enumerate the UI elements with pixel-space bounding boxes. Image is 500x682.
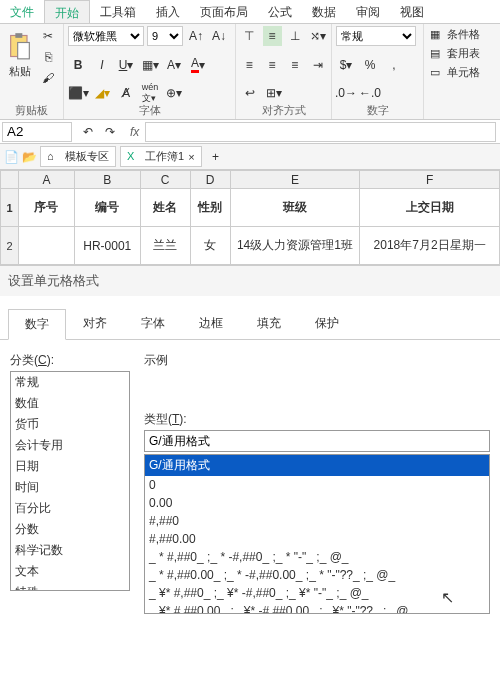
col-header-f[interactable]: F <box>360 171 500 189</box>
cell[interactable] <box>18 227 74 265</box>
cut-icon[interactable]: ✂ <box>38 26 58 46</box>
cell[interactable]: 编号 <box>74 189 140 227</box>
menu-data[interactable]: 数据 <box>302 0 346 23</box>
font-color-icon[interactable]: A▾ <box>188 55 208 75</box>
number-format-select[interactable]: 常规 <box>336 26 416 46</box>
menu-file[interactable]: 文件 <box>0 0 44 23</box>
type-item[interactable]: #,##0 <box>145 512 489 530</box>
strike-icon[interactable]: ⊕▾ <box>164 83 184 103</box>
font-name-select[interactable]: 微软雅黑 <box>68 26 144 46</box>
clear-format-icon[interactable]: A̸ <box>116 83 136 103</box>
category-item[interactable]: 科学记数 <box>11 540 129 561</box>
category-item[interactable]: 货币 <box>11 414 129 435</box>
indent-icon[interactable]: ⇥ <box>308 55 327 75</box>
name-box[interactable] <box>2 122 72 142</box>
increase-font-icon[interactable]: A↑ <box>186 26 206 46</box>
category-item[interactable]: 日期 <box>11 456 129 477</box>
category-item[interactable]: 数值 <box>11 393 129 414</box>
italic-icon[interactable]: I <box>92 55 112 75</box>
comma-icon[interactable]: , <box>384 55 404 75</box>
cell[interactable]: 班级 <box>230 189 360 227</box>
cell[interactable]: 女 <box>190 227 230 265</box>
type-item[interactable]: G/通用格式 <box>145 455 489 476</box>
fill-color-icon[interactable]: ⬛▾ <box>68 83 88 103</box>
enter-icon[interactable]: ↷ <box>100 122 120 142</box>
col-header-c[interactable]: C <box>140 171 190 189</box>
type-item[interactable]: #,##0.00 <box>145 530 489 548</box>
align-left-icon[interactable]: ≡ <box>240 55 259 75</box>
template-tab[interactable]: ⌂模板专区 <box>40 146 116 167</box>
type-item[interactable]: 0 <box>145 476 489 494</box>
new-file-icon[interactable]: 📄 <box>4 150 18 164</box>
cell[interactable]: 14级人力资源管理1班 <box>230 227 360 265</box>
cell[interactable]: 上交日期 <box>360 189 500 227</box>
type-item[interactable]: _ * #,##0_ ;_ * -#,##0_ ;_ * "-"_ ;_ @_ <box>145 548 489 566</box>
cancel-icon[interactable]: ↶ <box>78 122 98 142</box>
border-icon[interactable]: ▦▾ <box>140 55 160 75</box>
highlight-icon[interactable]: ◢▾ <box>92 83 112 103</box>
type-input[interactable] <box>144 430 490 452</box>
formula-input[interactable] <box>145 122 496 142</box>
menu-view[interactable]: 视图 <box>390 0 434 23</box>
category-item[interactable]: 会计专用 <box>11 435 129 456</box>
tab-font[interactable]: 字体 <box>124 308 182 339</box>
cell-styles-button[interactable]: ▭单元格 <box>428 64 496 81</box>
cell[interactable]: 姓名 <box>140 189 190 227</box>
category-item[interactable]: 常规 <box>11 372 129 393</box>
tab-border[interactable]: 边框 <box>182 308 240 339</box>
format-as-table-button[interactable]: ▤套用表 <box>428 45 496 62</box>
font-size-select[interactable]: 9 <box>147 26 183 46</box>
decrease-font-icon[interactable]: A↓ <box>209 26 229 46</box>
phonetic-icon[interactable]: wén文▾ <box>140 83 160 103</box>
tab-protect[interactable]: 保护 <box>298 308 356 339</box>
menu-insert[interactable]: 插入 <box>146 0 190 23</box>
close-tab-icon[interactable]: × <box>188 151 194 163</box>
underline-icon[interactable]: U▾ <box>116 55 136 75</box>
merge-icon[interactable]: ⊞▾ <box>264 83 284 103</box>
format-painter-icon[interactable]: 🖌 <box>38 68 58 88</box>
cell[interactable]: 2018年7月2日星期一 <box>360 227 500 265</box>
open-folder-icon[interactable]: 📂 <box>22 150 36 164</box>
category-listbox[interactable]: 常规数值货币会计专用日期时间百分比分数科学记数文本特殊自定义 <box>10 371 130 591</box>
orientation-icon[interactable]: ⤭▾ <box>308 26 327 46</box>
percent-icon[interactable]: % <box>360 55 380 75</box>
align-center-icon[interactable]: ≡ <box>263 55 282 75</box>
row-header-1[interactable]: 1 <box>1 189 19 227</box>
menu-layout[interactable]: 页面布局 <box>190 0 258 23</box>
col-header-d[interactable]: D <box>190 171 230 189</box>
menu-review[interactable]: 审阅 <box>346 0 390 23</box>
col-header-b[interactable]: B <box>74 171 140 189</box>
tab-number[interactable]: 数字 <box>8 309 66 340</box>
menu-home[interactable]: 开始 <box>44 0 90 23</box>
col-header-a[interactable]: A <box>18 171 74 189</box>
bold-icon[interactable]: B <box>68 55 88 75</box>
align-top-icon[interactable]: ⊤ <box>240 26 259 46</box>
add-tab-icon[interactable]: + <box>206 147 226 167</box>
select-all-corner[interactable] <box>1 171 19 189</box>
menu-formulas[interactable]: 公式 <box>258 0 302 23</box>
type-item[interactable]: _ ¥* #,##0.00_ ;_ ¥* -#,##0.00_ ;_ ¥* "-… <box>145 602 489 614</box>
type-listbox[interactable]: G/通用格式00.00#,##0#,##0.00_ * #,##0_ ;_ * … <box>144 454 490 614</box>
category-item[interactable]: 文本 <box>11 561 129 582</box>
type-item[interactable]: 0.00 <box>145 494 489 512</box>
conditional-format-button[interactable]: ▦条件格 <box>428 26 496 43</box>
copy-icon[interactable]: ⎘ <box>38 47 58 67</box>
category-item[interactable]: 百分比 <box>11 498 129 519</box>
type-item[interactable]: _ ¥* #,##0_ ;_ ¥* -#,##0_ ;_ ¥* "-"_ ;_ … <box>145 584 489 602</box>
workbook-tab[interactable]: X工作簿1× <box>120 146 202 167</box>
increase-decimal-icon[interactable]: .0→ <box>336 83 356 103</box>
row-header-2[interactable]: 2 <box>1 227 19 265</box>
decrease-decimal-icon[interactable]: ←.0 <box>360 83 380 103</box>
align-bottom-icon[interactable]: ⊥ <box>286 26 305 46</box>
col-header-e[interactable]: E <box>230 171 360 189</box>
currency-icon[interactable]: $▾ <box>336 55 356 75</box>
tab-fill[interactable]: 填充 <box>240 308 298 339</box>
menu-toolbox[interactable]: 工具箱 <box>90 0 146 23</box>
align-middle-icon[interactable]: ≡ <box>263 26 282 46</box>
type-item[interactable]: _ * #,##0.00_ ;_ * -#,##0.00_ ;_ * "-"??… <box>145 566 489 584</box>
cell[interactable]: 序号 <box>18 189 74 227</box>
align-right-icon[interactable]: ≡ <box>286 55 305 75</box>
tab-align[interactable]: 对齐 <box>66 308 124 339</box>
wrap-text-icon[interactable]: ↩ <box>240 83 260 103</box>
paste-button[interactable]: 粘贴 <box>4 26 36 88</box>
